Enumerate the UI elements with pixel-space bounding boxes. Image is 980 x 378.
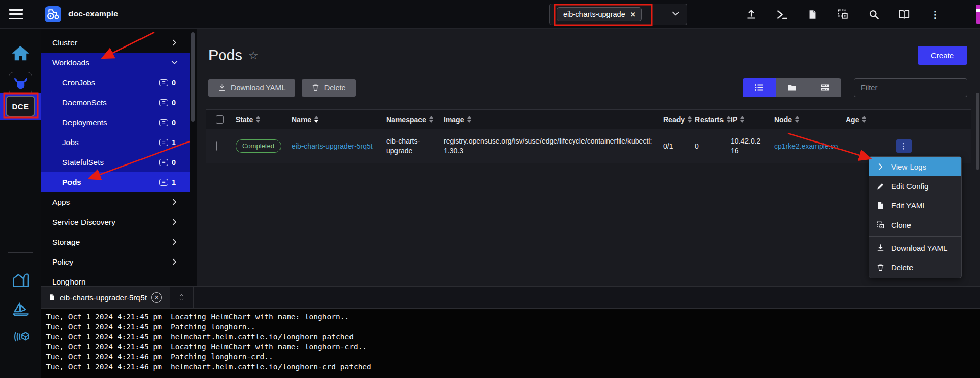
cluster-badge-dce[interactable]: DCE [6,96,35,117]
row-checkbox[interactable] [216,141,217,151]
count-chip-icon: = [159,179,168,186]
log-message: Patching longhorn.. [171,323,255,331]
hamburger-menu-icon[interactable] [9,9,23,19]
file-icon[interactable] [807,9,818,20]
menu-item-icon [877,221,884,229]
ready-cell: 0/1 [658,137,690,155]
trash-icon [312,84,319,91]
menu-item-icon [877,202,884,209]
remove-namespace-filter-icon[interactable]: ✕ [630,11,636,18]
view-tools [743,78,967,97]
menu-item-icon [877,182,884,190]
sailboat-icon[interactable] [12,301,29,318]
namespace-filter-dropdown[interactable]: eib-charts-upgrade ✕ [549,4,687,25]
menu-item-edit-config[interactable]: Edit Config [869,176,961,196]
sidebar-item-service-discovery[interactable]: Service Discovery [41,212,190,232]
namespace-pill-label: eib-charts-upgrade [563,10,625,18]
log-message: helmchart.helm.cattle.io/longhorn patche… [171,333,354,341]
download-yaml-button[interactable]: Download YAML [208,79,295,97]
log-line: Tue, Oct 1 2024 4:21:45 pmPatching longh… [46,322,975,333]
import-yaml-icon[interactable] [745,9,757,20]
filter-input[interactable] [854,78,967,97]
close-tab-icon[interactable]: ✕ [151,292,162,303]
column-header-image[interactable]: Image [438,110,658,129]
row-actions-kebab-button[interactable]: ⋮ [896,139,912,153]
sidebar-item-cluster[interactable]: Cluster [41,33,190,53]
cluster-title: doc-example [68,9,118,18]
node-link[interactable]: cp1rke2.example.co [774,142,838,150]
sidebar-item-cronjobs[interactable]: CronJobs =0 [41,73,190,92]
menu-item-clone[interactable]: Clone [869,215,961,234]
sidebar-item-daemonsets[interactable]: DaemonSets =0 [41,92,190,112]
list-view-button[interactable] [743,78,776,97]
folder-icon [787,84,797,91]
mesh-icon[interactable] [12,331,29,348]
namespace-cell: eib-charts-upgrade [381,132,438,160]
sidebar-item-storage[interactable]: Storage [41,232,190,252]
rail-divider [8,361,33,361]
panel-resize-toggle[interactable] [170,287,194,308]
log-message: Locating HelmChart with name: longhorn.. [171,313,349,321]
sidebar-item-longhorn[interactable]: Longhorn [41,272,190,286]
resource-count-badge: =0 [159,119,190,127]
log-message: helmchart.helm.cattle.io/longhorn-crd pa… [171,363,371,371]
column-header-name[interactable]: Name [287,110,381,129]
sidebar-item-statefulsets[interactable]: StatefulSets =0 [41,152,190,172]
create-button[interactable]: Create [918,46,967,65]
folder-view-button[interactable] [776,78,808,97]
menu-divider [869,236,961,237]
sidebar-item-pods[interactable]: Pods =1 [41,172,190,192]
page-title: Pods [208,47,242,64]
column-header-age[interactable]: Age [841,110,889,129]
home-icon[interactable] [11,45,30,61]
bull-cluster-icon[interactable] [9,72,32,95]
kubectl-shell-icon[interactable] [776,9,787,20]
column-header-ip[interactable]: IP [726,110,769,129]
rancher-logo-icon[interactable] [45,6,61,22]
sort-icon [795,116,799,123]
view-toggle-group [743,78,841,97]
snapshot-copy-icon[interactable] [837,9,849,20]
sidebar-scrollbar-thumb[interactable] [191,32,195,122]
log-tab[interactable]: eib-charts-upgrader-5rq5t ✕ [41,287,170,308]
main-scrollbar-thumb[interactable] [976,93,979,170]
column-header-state[interactable]: State [230,110,287,129]
sidebar-nav: Cluster Workloads CronJobs =0 DaemonSets… [41,29,197,286]
menu-item-delete[interactable]: Delete [869,257,961,277]
kebab-menu-icon[interactable]: ⋮ [929,9,941,20]
ip-cell: 10.42.0.216 [726,132,769,160]
image-cell: registry.opensuse.org/isv/suse/edge/life… [438,132,658,160]
menu-item-download-yaml[interactable]: Download YAML [869,238,961,257]
sidebar-item-deployments[interactable]: Deployments =0 [41,112,190,132]
log-output: Tue, Oct 1 2024 4:21:45 pmLocating HelmC… [41,309,980,375]
grouped-view-button[interactable] [808,78,841,97]
delete-button[interactable]: Delete [302,79,356,97]
sidebar-item-apps[interactable]: Apps [41,192,190,212]
chevron-down-icon[interactable] [672,10,680,19]
resource-count-badge: =0 [159,158,190,167]
column-header-ready[interactable]: Ready [658,110,690,129]
namespace-filter-pill[interactable]: eib-charts-upgrade ✕ [557,7,642,21]
sidebar-item-workloads[interactable]: Workloads [41,53,190,73]
column-header-node[interactable]: Node [769,110,841,129]
column-header-namespace[interactable]: Namespace [381,110,438,129]
barn-icon[interactable] [12,273,29,290]
search-icon[interactable] [868,9,879,20]
menu-item-edit-yaml[interactable]: Edit YAML [869,196,961,215]
grouped-rows-icon [820,84,829,91]
sidebar-item-jobs[interactable]: Jobs =1 [41,132,190,152]
chevron-icon [171,39,190,46]
docs-book-icon[interactable] [899,9,910,20]
column-header-restarts[interactable]: Restarts [690,110,726,129]
log-tab-label: eib-charts-upgrader-5rq5t [60,293,147,302]
log-line: Tue, Oct 1 2024 4:21:45 pmLocating HelmC… [46,312,975,322]
chevron-icon [171,59,190,66]
sidebar-item-policy[interactable]: Policy [41,252,190,272]
rail-divider [8,252,33,253]
log-line: Tue, Oct 1 2024 4:21:46 pmhelmchart.helm… [46,362,975,372]
menu-item-view-logs[interactable]: View Logs [869,157,961,176]
user-avatar[interactable] [976,5,980,24]
favorite-star-icon[interactable]: ☆ [248,49,259,62]
pod-name-link[interactable]: eib-charts-upgrader-5rq5t [292,142,373,150]
select-all-checkbox[interactable] [216,115,224,124]
